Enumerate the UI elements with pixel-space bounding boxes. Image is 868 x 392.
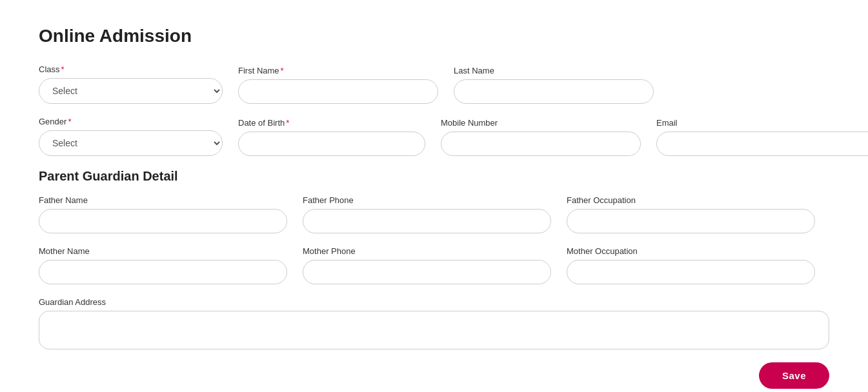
father-occupation-input[interactable] — [567, 209, 815, 233]
parent-guardian-section: Parent Guardian Detail Father Name Fathe… — [39, 169, 829, 349]
email-input[interactable] — [656, 132, 868, 156]
mother-occupation-group: Mother Occupation — [567, 246, 815, 284]
page-title: Online Admission — [39, 26, 829, 46]
mother-name-label: Mother Name — [39, 246, 287, 256]
gender-select[interactable]: Select Male Female Other — [39, 130, 223, 156]
email-label: Email — [656, 118, 868, 128]
guardian-address-textarea[interactable] — [39, 311, 829, 349]
father-phone-input[interactable] — [303, 209, 551, 233]
mother-phone-label: Mother Phone — [303, 246, 551, 256]
firstname-required-star: * — [281, 66, 284, 75]
email-group: Email — [656, 118, 868, 156]
lastname-group: Last Name — [454, 66, 654, 104]
gender-required-star: * — [68, 117, 71, 126]
class-group: Class* Select Class 1 Class 2 Class 3 Cl… — [39, 64, 223, 104]
dob-label: Date of Birth* — [238, 118, 425, 128]
father-phone-label: Father Phone — [303, 195, 551, 205]
save-button[interactable]: Save — [759, 362, 829, 389]
row-class-firstname-lastname: Class* Select Class 1 Class 2 Class 3 Cl… — [39, 64, 829, 104]
mother-name-group: Mother Name — [39, 246, 287, 284]
save-btn-container: Save — [39, 362, 829, 389]
father-phone-group: Father Phone — [303, 195, 551, 233]
firstname-input[interactable] — [238, 79, 438, 104]
mother-name-input[interactable] — [39, 260, 287, 284]
mobile-label: Mobile Number — [441, 118, 641, 128]
row-gender-dob-mobile-email: Gender* Select Male Female Other Date of… — [39, 117, 829, 156]
guardian-address-group: Guardian Address — [39, 297, 829, 349]
mobile-group: Mobile Number — [441, 118, 641, 156]
parent-guardian-title: Parent Guardian Detail — [39, 169, 829, 184]
class-required-star: * — [61, 64, 65, 74]
mother-phone-input[interactable] — [303, 260, 551, 284]
dob-group: Date of Birth* — [238, 118, 425, 156]
mother-occupation-input[interactable] — [567, 260, 815, 284]
father-occupation-label: Father Occupation — [567, 195, 815, 205]
lastname-input[interactable] — [454, 79, 654, 104]
mother-occupation-label: Mother Occupation — [567, 246, 815, 256]
mobile-input[interactable] — [441, 132, 641, 156]
row-father: Father Name Father Phone Father Occupati… — [39, 195, 829, 233]
firstname-label: First Name* — [238, 66, 438, 75]
class-label: Class* — [39, 64, 223, 74]
dob-input[interactable] — [238, 132, 425, 156]
dob-required-star: * — [286, 118, 289, 128]
mother-phone-group: Mother Phone — [303, 246, 551, 284]
row-mother: Mother Name Mother Phone Mother Occupati… — [39, 246, 829, 284]
guardian-address-label: Guardian Address — [39, 297, 829, 307]
father-name-input[interactable] — [39, 209, 287, 233]
firstname-group: First Name* — [238, 66, 438, 104]
gender-label: Gender* — [39, 117, 223, 126]
gender-group: Gender* Select Male Female Other — [39, 117, 223, 156]
father-occupation-group: Father Occupation — [567, 195, 815, 233]
page-container: Online Admission Class* Select Class 1 C… — [0, 0, 868, 392]
class-select[interactable]: Select Class 1 Class 2 Class 3 Class 4 C… — [39, 78, 223, 104]
father-name-label: Father Name — [39, 195, 287, 205]
father-name-group: Father Name — [39, 195, 287, 233]
lastname-label: Last Name — [454, 66, 654, 75]
